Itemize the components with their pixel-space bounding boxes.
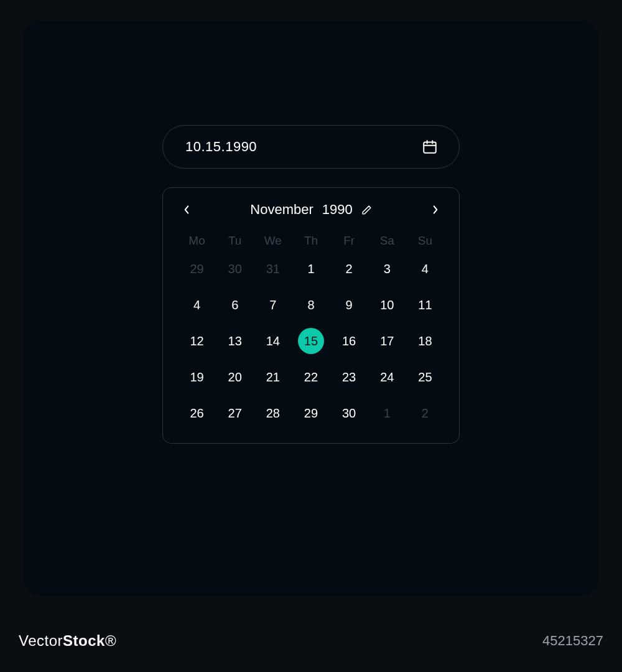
day-number: 23 xyxy=(342,370,356,385)
day-number: 31 xyxy=(266,262,280,276)
day-number: 30 xyxy=(342,406,356,421)
day-cell[interactable]: 14 xyxy=(254,327,292,355)
day-cell[interactable]: 22 xyxy=(292,363,330,391)
day-cell[interactable]: 23 xyxy=(330,363,368,391)
day-cell[interactable]: 6 xyxy=(216,291,254,319)
day-number: 12 xyxy=(190,334,203,348)
day-cell[interactable]: 9 xyxy=(330,291,368,319)
day-cell[interactable]: 11 xyxy=(406,291,444,319)
day-number: 27 xyxy=(228,406,242,421)
day-number: 29 xyxy=(304,406,318,421)
day-cell[interactable]: 19 xyxy=(178,363,216,391)
svg-rect-0 xyxy=(424,142,436,152)
prev-month-button[interactable] xyxy=(180,203,193,216)
image-id: 45215327 xyxy=(542,633,603,649)
day-number: 15 xyxy=(304,334,318,348)
day-number: 10 xyxy=(380,298,394,312)
day-number: 25 xyxy=(418,370,432,385)
day-cell[interactable]: 18 xyxy=(406,327,444,355)
day-cell[interactable]: 4 xyxy=(178,291,216,319)
day-number: 2 xyxy=(422,406,429,421)
day-cell[interactable]: 28 xyxy=(254,399,292,427)
day-cell[interactable]: 3 xyxy=(368,255,406,282)
day-number: 4 xyxy=(193,298,200,312)
calendar-panel: November 1990 MoTuWeThFrSaSu 29303112344… xyxy=(162,187,460,444)
day-cell[interactable]: 12 xyxy=(178,327,216,355)
weekday-cell: Sa xyxy=(368,230,406,251)
day-cell[interactable]: 21 xyxy=(254,363,292,391)
day-number: 2 xyxy=(346,262,353,276)
day-number: 9 xyxy=(346,298,353,312)
day-number: 4 xyxy=(422,262,429,276)
weekday-cell: Fr xyxy=(330,230,368,251)
day-cell[interactable]: 30 xyxy=(216,255,254,282)
day-cell[interactable]: 15 xyxy=(292,327,330,355)
weekday-cell: Th xyxy=(292,230,330,251)
month-year-group: November 1990 xyxy=(250,202,371,218)
brand-reg: ® xyxy=(105,632,116,649)
day-number: 26 xyxy=(190,406,203,421)
footer: VectorStock® 45215327 xyxy=(0,616,622,672)
calendar-icon[interactable] xyxy=(422,139,438,155)
date-input-value: 10.15.1990 xyxy=(185,139,257,155)
day-cell[interactable]: 31 xyxy=(254,255,292,282)
day-number: 3 xyxy=(384,262,391,276)
day-number: 24 xyxy=(380,370,394,385)
day-number: 28 xyxy=(266,406,280,421)
weekday-cell: Mo xyxy=(178,230,216,251)
calendar-header: November 1990 xyxy=(178,202,444,224)
month-label: November xyxy=(250,202,313,218)
brand-logo: VectorStock® xyxy=(19,632,116,650)
day-cell[interactable]: 4 xyxy=(406,255,444,282)
day-cell[interactable]: 24 xyxy=(368,363,406,391)
day-cell[interactable]: 2 xyxy=(406,399,444,427)
days-grid: 2930311234467891011121314151617181920212… xyxy=(178,255,444,427)
edit-icon[interactable] xyxy=(361,205,372,215)
date-input-field[interactable]: 10.15.1990 xyxy=(162,125,460,169)
day-cell[interactable]: 2 xyxy=(330,255,368,282)
next-month-button[interactable] xyxy=(429,203,442,216)
day-cell[interactable]: 26 xyxy=(178,399,216,427)
day-cell[interactable]: 17 xyxy=(368,327,406,355)
weekday-cell: Su xyxy=(406,230,444,251)
day-number: 21 xyxy=(266,370,280,385)
day-cell[interactable]: 20 xyxy=(216,363,254,391)
day-cell[interactable]: 27 xyxy=(216,399,254,427)
year-label: 1990 xyxy=(322,202,353,218)
day-cell[interactable]: 30 xyxy=(330,399,368,427)
day-cell[interactable]: 29 xyxy=(292,399,330,427)
brand-suffix: Stock xyxy=(63,632,105,649)
day-number: 11 xyxy=(418,298,432,312)
day-cell[interactable]: 10 xyxy=(368,291,406,319)
day-number: 29 xyxy=(190,262,203,276)
day-cell[interactable]: 7 xyxy=(254,291,292,319)
day-number: 1 xyxy=(307,262,314,276)
day-number: 13 xyxy=(228,334,242,348)
day-number: 8 xyxy=(307,298,314,312)
day-cell[interactable]: 16 xyxy=(330,327,368,355)
weekday-row: MoTuWeThFrSaSu xyxy=(178,230,444,251)
day-number: 20 xyxy=(228,370,242,385)
day-number: 22 xyxy=(304,370,318,385)
day-number: 18 xyxy=(418,334,432,348)
weekday-cell: Tu xyxy=(216,230,254,251)
day-number: 19 xyxy=(190,370,203,385)
day-number: 17 xyxy=(380,334,394,348)
day-number: 6 xyxy=(231,298,238,312)
day-number: 30 xyxy=(228,262,242,276)
date-picker-card: 10.15.1990 November 1990 xyxy=(24,21,598,595)
day-number: 14 xyxy=(266,334,280,348)
day-number: 7 xyxy=(269,298,276,312)
day-cell[interactable]: 1 xyxy=(368,399,406,427)
day-cell[interactable]: 1 xyxy=(292,255,330,282)
weekday-cell: We xyxy=(254,230,292,251)
day-number: 16 xyxy=(342,334,356,348)
day-cell[interactable]: 29 xyxy=(178,255,216,282)
brand-prefix: Vector xyxy=(19,632,63,649)
day-number: 1 xyxy=(384,406,391,421)
day-cell[interactable]: 8 xyxy=(292,291,330,319)
day-cell[interactable]: 25 xyxy=(406,363,444,391)
day-cell[interactable]: 13 xyxy=(216,327,254,355)
